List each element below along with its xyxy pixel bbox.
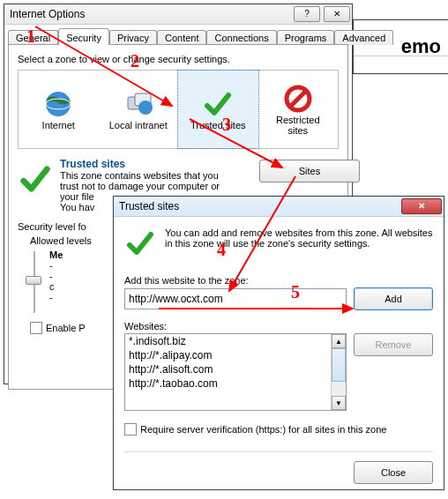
check-icon-large [18, 161, 53, 197]
list-item[interactable]: http://*.taobao.com [125, 376, 346, 391]
listbox-scrollbar[interactable]: ▲ ▼ [331, 334, 346, 410]
websites-label: Websites: [124, 321, 433, 331]
svg-point-0 [46, 92, 71, 116]
scroll-down-icon[interactable]: ▼ [332, 396, 346, 410]
tab-security[interactable]: Security [58, 28, 109, 45]
trusted-sites-desc: You can add and remove websites from thi… [165, 227, 433, 259]
tab-programs[interactable]: Programs [277, 30, 335, 45]
checkbox-box [124, 423, 137, 436]
tab-content[interactable]: Content [157, 30, 207, 45]
list-item[interactable]: http://*.alipay.com [125, 348, 346, 362]
check-icon [124, 227, 156, 259]
add-website-input[interactable] [124, 288, 347, 309]
restricted-icon [282, 83, 314, 115]
svg-point-4 [138, 101, 153, 115]
tab-connections[interactable]: Connections [206, 30, 276, 45]
enable-protected-checkbox[interactable]: Enable P [30, 322, 86, 334]
tab-advanced[interactable]: Advanced [334, 30, 393, 45]
zone-instruction: Select a zone to view or change security… [18, 54, 339, 64]
trusted-sites-titlebar: Trusted sites ✕ [114, 197, 444, 217]
remove-button[interactable]: Remove [354, 333, 433, 356]
security-level-slider[interactable] [26, 251, 41, 313]
require-https-checkbox[interactable]: Require server verification (https:) for… [124, 423, 386, 436]
tabs: General Security Privacy Content Connect… [4, 26, 352, 45]
zone-internet[interactable]: Internet [19, 71, 99, 148]
globe-icon [42, 88, 74, 120]
scroll-up-icon[interactable]: ▲ [332, 334, 346, 348]
tab-general[interactable]: General [8, 30, 58, 45]
level-name: Me [49, 250, 63, 260]
zone-desc-line2: trust not to damage your computer or [60, 181, 259, 191]
internet-options-title: Internet Options [6, 8, 290, 20]
zone-trusted-sites[interactable]: Trusted sites [178, 71, 258, 148]
check-icon [202, 88, 234, 120]
close-button[interactable]: Close [354, 461, 433, 484]
add-button[interactable]: Add [354, 287, 433, 310]
zone-title: Trusted sites [60, 158, 259, 170]
trusted-sites-close-x[interactable]: ✕ [401, 198, 442, 214]
zone-local-intranet[interactable]: Local intranet [99, 71, 179, 148]
zone-list: Internet Local intranet Trusted sites [18, 70, 339, 149]
sites-button[interactable]: Sites [259, 160, 360, 182]
trusted-sites-window: Trusted sites ✕ You can add and remove w… [113, 196, 444, 490]
trusted-sites-title: Trusted sites [116, 200, 398, 212]
list-item[interactable]: *.indisoft.biz [125, 334, 346, 348]
scroll-thumb[interactable] [332, 348, 346, 382]
websites-listbox[interactable]: *.indisoft.biz http://*.alipay.com http:… [124, 333, 347, 411]
zone-desc-line1: This zone contains websites that you [60, 170, 259, 181]
background-title-fragment: emo [401, 35, 441, 58]
tab-privacy[interactable]: Privacy [109, 30, 157, 45]
intranet-icon [123, 88, 154, 120]
list-item[interactable]: http://*.alisoft.com [125, 362, 346, 376]
svg-line-6 [290, 91, 306, 107]
zone-restricted-sites[interactable]: Restricted sites [258, 71, 339, 148]
add-website-label: Add this website to the zone: [124, 275, 433, 286]
close-button[interactable]: ✕ [324, 6, 350, 22]
help-button[interactable]: ? [294, 6, 320, 22]
internet-options-titlebar: Internet Options ? ✕ [4, 4, 352, 25]
checkbox-box [30, 322, 42, 334]
